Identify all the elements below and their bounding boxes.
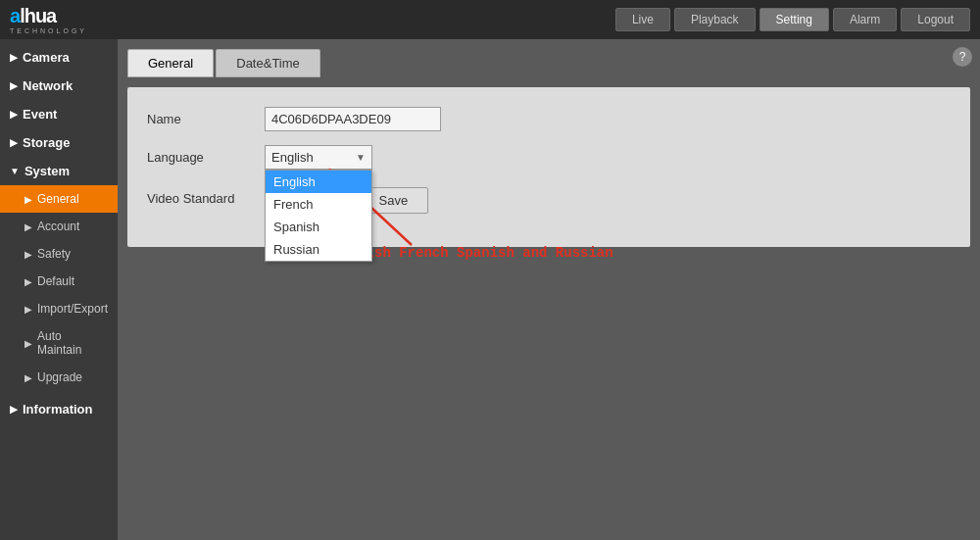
upgrade-arrow-icon: ▶ [24, 372, 32, 383]
event-arrow-icon: ▶ [10, 109, 18, 120]
content-area: ? General Date&Time Name Language Englis… [118, 39, 980, 540]
sidebar-item-camera-label: Camera [23, 50, 70, 65]
tab-general[interactable]: General [127, 49, 214, 77]
sidebar-item-default-label: Default [37, 274, 74, 288]
dropdown-option-english[interactable]: English [266, 171, 371, 193]
system-arrow-icon: ▼ [10, 166, 20, 176]
logo-text: alhua [10, 6, 56, 25]
information-arrow-icon: ▶ [10, 404, 18, 415]
tab-datetime[interactable]: Date&Time [216, 49, 320, 77]
account-arrow-icon: ▶ [24, 221, 32, 232]
logo: alhua TECHNOLOGY [10, 6, 87, 34]
sidebar-item-storage[interactable]: ▶ Storage [0, 128, 118, 157]
sidebar-item-information[interactable]: ▶ Information [0, 395, 118, 423]
sidebar: ▶ Camera ▶ Network ▶ Event ▶ Storage ▼ S… [0, 39, 118, 540]
sidebar-item-automaintain[interactable]: ▶ Auto Maintain [0, 322, 118, 364]
language-select-display[interactable]: English ▼ [265, 145, 372, 170]
sidebar-item-network[interactable]: ▶ Network [0, 72, 118, 100]
default-arrow-icon: ▶ [24, 276, 32, 287]
setting-button[interactable]: Setting [760, 8, 829, 31]
sidebar-item-importexport-label: Import/Export [37, 302, 108, 316]
tabs: General Date&Time [127, 49, 970, 77]
main-layout: ▶ Camera ▶ Network ▶ Event ▶ Storage ▼ S… [0, 39, 980, 540]
sidebar-item-general[interactable]: ▶ General [0, 185, 118, 213]
language-row: Language English ▼ English French Spanis… [147, 145, 951, 170]
name-input[interactable] [265, 107, 441, 131]
network-arrow-icon: ▶ [10, 80, 18, 91]
sidebar-item-importexport[interactable]: ▶ Import/Export [0, 295, 118, 322]
sidebar-item-safety-label: Safety [37, 247, 71, 261]
language-dropdown-menu: English French Spanish Russian [265, 170, 372, 262]
top-bar: alhua TECHNOLOGY Live Playback Setting A… [0, 0, 980, 39]
storage-arrow-icon: ▶ [10, 137, 18, 148]
importexport-arrow-icon: ▶ [24, 304, 32, 315]
sidebar-item-information-label: Information [23, 402, 93, 417]
annotation-text: English French Spanish and Russian [333, 245, 613, 261]
safety-arrow-icon: ▶ [24, 249, 32, 260]
sidebar-item-system-label: System [24, 164, 70, 178]
sidebar-item-system[interactable]: ▼ System [0, 157, 118, 185]
nav-buttons: Live Playback Setting Alarm Logout [615, 8, 970, 31]
alarm-button[interactable]: Alarm [833, 8, 897, 31]
language-dropdown-arrow-icon: ▼ [356, 152, 366, 163]
sidebar-item-event[interactable]: ▶ Event [0, 100, 118, 128]
sidebar-item-account-label: Account [37, 220, 79, 233]
sidebar-item-upgrade-label: Upgrade [37, 370, 82, 384]
sidebar-item-network-label: Network [23, 78, 73, 93]
sidebar-item-account[interactable]: ▶ Account [0, 213, 118, 240]
name-row: Name [147, 107, 951, 131]
sidebar-item-storage-label: Storage [23, 135, 70, 150]
playback-button[interactable]: Playback [674, 8, 756, 31]
sidebar-item-automaintain-label: Auto Maintain [37, 329, 108, 357]
logo-rest: lhua [20, 5, 56, 26]
language-label: Language [147, 150, 265, 165]
sidebar-item-general-label: General [37, 192, 79, 206]
dropdown-option-french[interactable]: French [266, 193, 371, 216]
general-arrow-icon: ▶ [24, 194, 32, 205]
camera-arrow-icon: ▶ [10, 52, 18, 63]
form-panel: Name Language English ▼ English French S… [127, 87, 970, 247]
sidebar-item-safety[interactable]: ▶ Safety [0, 240, 118, 268]
logout-button[interactable]: Logout [901, 8, 970, 31]
dropdown-option-russian[interactable]: Russian [266, 238, 371, 261]
sidebar-item-default[interactable]: ▶ Default [0, 268, 118, 295]
live-button[interactable]: Live [615, 8, 670, 31]
sidebar-item-upgrade[interactable]: ▶ Upgrade [0, 364, 118, 391]
annotation-label: English French Spanish and Russian [333, 245, 613, 261]
sidebar-item-camera[interactable]: ▶ Camera [0, 43, 118, 72]
name-label: Name [147, 112, 265, 126]
logo-a: a [10, 5, 20, 26]
video-standard-label: Video Standard [147, 191, 265, 206]
logo-subtitle: TECHNOLOGY [10, 27, 87, 34]
dropdown-option-spanish[interactable]: Spanish [266, 216, 371, 238]
language-select-wrapper[interactable]: English ▼ English French Spanish Russian [265, 145, 372, 170]
automaintain-arrow-icon: ▶ [24, 338, 32, 349]
sidebar-item-event-label: Event [23, 107, 57, 122]
language-selected-value: English [271, 150, 314, 165]
help-icon[interactable]: ? [953, 47, 972, 67]
